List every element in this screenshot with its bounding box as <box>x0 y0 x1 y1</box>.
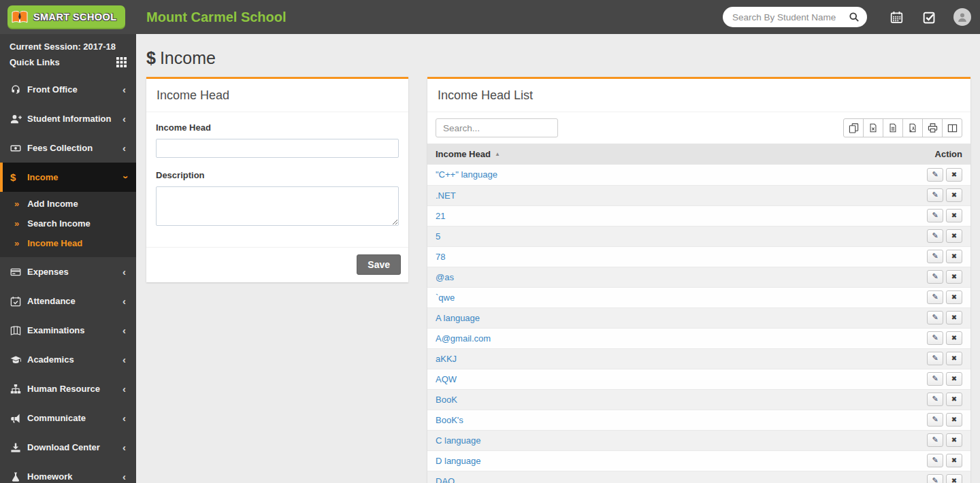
sidebar-item-label: Communicate <box>27 413 122 423</box>
edit-button[interactable]: ✎ <box>927 209 943 222</box>
sidebar-item-communicate[interactable]: Communicate ‹ <box>0 403 136 433</box>
sidebar-item-expenses[interactable]: Expenses ‹ <box>0 257 136 286</box>
print-button[interactable] <box>922 118 943 137</box>
double-arrow-icon: » <box>14 218 19 229</box>
income-head-name: .NET <box>427 185 752 205</box>
delete-button[interactable]: ✖ <box>946 372 962 386</box>
delete-button[interactable]: ✖ <box>946 413 962 427</box>
delete-button[interactable]: ✖ <box>946 393 962 406</box>
search-icon[interactable] <box>849 12 860 22</box>
income-head-name: aKKJ <box>427 348 752 369</box>
calendar-icon[interactable] <box>890 11 903 24</box>
user-avatar[interactable] <box>953 8 971 26</box>
current-session-label: Current Session: 2017-18 <box>0 34 136 52</box>
sidebar-item-download-center[interactable]: Download Center ‹ <box>0 433 136 462</box>
page-title-text: Income <box>160 48 216 67</box>
edit-button[interactable]: ✎ <box>927 250 943 263</box>
smart-school-logo[interactable]: SMART SCHOOL <box>7 5 125 29</box>
delete-button[interactable]: ✖ <box>946 331 962 345</box>
file-text-icon <box>888 122 898 133</box>
table-row: `qwe✎✖ <box>427 287 970 307</box>
csv-export-button[interactable] <box>883 118 903 137</box>
submenu-item-search-income[interactable]: » Search Income <box>0 214 136 233</box>
sidebar-item-academics[interactable]: Academics ‹ <box>0 345 136 374</box>
sidebar-item-income[interactable]: $ Income ‹ <box>0 163 136 192</box>
copy-icon <box>849 122 859 133</box>
edit-button[interactable]: ✎ <box>927 188 943 202</box>
edit-button[interactable]: ✎ <box>927 454 943 467</box>
income-head-name: BooK <box>427 389 752 410</box>
description-textarea[interactable] <box>156 186 399 226</box>
edit-button[interactable]: ✎ <box>927 393 943 406</box>
delete-button[interactable]: ✖ <box>946 290 962 304</box>
x-icon: ✖ <box>951 416 957 423</box>
income-head-input[interactable] <box>156 139 399 158</box>
student-search-input[interactable] <box>732 12 849 22</box>
delete-button[interactable]: ✖ <box>946 311 962 324</box>
column-header-income-head[interactable]: Income Head▲ <box>427 144 752 165</box>
pencil-icon: ✎ <box>932 477 938 483</box>
table-row: 5✎✖ <box>427 226 970 246</box>
sidebar-item-human-resource[interactable]: Human Resource ‹ <box>0 374 136 403</box>
edit-button[interactable]: ✎ <box>927 413 943 427</box>
income-head-form-card: Income Head Income Head Description Save <box>146 77 408 282</box>
sort-asc-icon: ▲ <box>495 151 500 157</box>
pencil-icon: ✎ <box>932 252 938 260</box>
tasks-check-icon[interactable] <box>923 11 936 24</box>
sidebar-item-front-office[interactable]: Front Office ‹ <box>0 75 136 104</box>
delete-button[interactable]: ✖ <box>946 352 962 365</box>
delete-button[interactable]: ✖ <box>946 209 962 222</box>
edit-button[interactable]: ✎ <box>927 229 943 243</box>
income-head-name: A@gmail.com <box>427 328 752 348</box>
income-head-name: DAO <box>427 471 752 483</box>
quick-links[interactable]: Quick Links <box>0 52 136 75</box>
description-label: Description <box>156 170 399 180</box>
calendar-check-icon <box>10 296 27 307</box>
edit-button[interactable]: ✎ <box>927 331 943 345</box>
delete-button[interactable]: ✖ <box>946 270 962 284</box>
edit-button[interactable]: ✎ <box>927 352 943 365</box>
sidebar-item-fees-collection[interactable]: Fees Collection ‹ <box>0 133 136 163</box>
income-head-name: 78 <box>427 246 752 267</box>
sidebar-item-examinations[interactable]: Examinations ‹ <box>0 316 136 345</box>
table-row: 21✎✖ <box>427 205 970 226</box>
copy-button[interactable] <box>843 118 864 137</box>
edit-button[interactable]: ✎ <box>927 474 943 483</box>
submenu-item-add-income[interactable]: » Add Income <box>0 194 136 214</box>
delete-button[interactable]: ✖ <box>946 433 962 447</box>
main-content: $Income Income Head Income Head Descript… <box>136 34 980 483</box>
save-button[interactable]: Save <box>357 254 401 275</box>
column-visibility-button[interactable] <box>942 118 962 137</box>
income-head-list-card: Income Head List <box>427 77 970 483</box>
delete-button[interactable]: ✖ <box>946 188 962 202</box>
delete-button[interactable]: ✖ <box>946 229 962 243</box>
delete-button[interactable]: ✖ <box>946 168 962 182</box>
submenu-item-label: Income Head <box>27 238 82 248</box>
sidebar-item-homework[interactable]: Homework ‹ <box>0 462 136 483</box>
edit-button[interactable]: ✎ <box>927 270 943 284</box>
delete-button[interactable]: ✖ <box>946 454 962 467</box>
double-arrow-icon: » <box>14 238 19 248</box>
delete-button[interactable]: ✖ <box>946 474 962 483</box>
excel-export-button[interactable] <box>863 118 883 137</box>
edit-button[interactable]: ✎ <box>927 433 943 447</box>
income-head-name: `qwe <box>427 287 752 307</box>
x-icon: ✖ <box>951 273 957 280</box>
edit-button[interactable]: ✎ <box>927 290 943 304</box>
column-header-action: Action <box>752 144 970 165</box>
list-search-input[interactable] <box>436 118 558 137</box>
pdf-export-button[interactable] <box>902 118 923 137</box>
delete-button[interactable]: ✖ <box>946 250 962 263</box>
logo-text: SMART SCHOOL <box>33 12 116 22</box>
pencil-icon: ✎ <box>932 232 938 239</box>
table-row: 78✎✖ <box>427 246 970 267</box>
edit-button[interactable]: ✎ <box>927 311 943 324</box>
pencil-icon: ✎ <box>932 293 938 301</box>
sidebar-item-attendance[interactable]: Attendance ‹ <box>0 286 136 316</box>
sidebar-item-student-information[interactable]: Student Information ‹ <box>0 104 136 133</box>
sidebar-item-label: Human Resource <box>27 384 122 394</box>
edit-button[interactable]: ✎ <box>927 372 943 386</box>
x-icon: ✖ <box>951 335 957 342</box>
edit-button[interactable]: ✎ <box>927 168 943 182</box>
submenu-item-income-head[interactable]: » Income Head <box>0 233 136 253</box>
